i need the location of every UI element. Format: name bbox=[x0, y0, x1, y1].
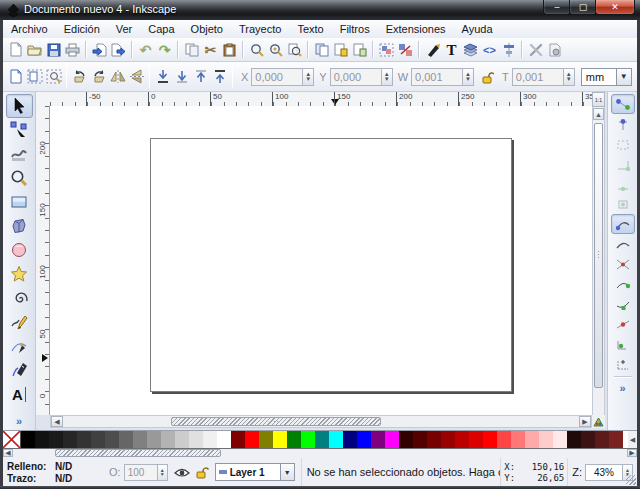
copy-icon[interactable] bbox=[182, 40, 201, 59]
palette-scroll-left-icon[interactable]: ◀ bbox=[628, 431, 637, 448]
units-combo[interactable]: mm ▼ bbox=[581, 68, 632, 86]
palette-scrollbar-right-icon[interactable]: ▶ bbox=[627, 449, 637, 457]
raise-icon[interactable] bbox=[191, 67, 210, 86]
enable-snapping-button[interactable] bbox=[611, 94, 635, 114]
palette-swatch[interactable] bbox=[609, 431, 623, 448]
snap-path-intersections-button[interactable] bbox=[611, 254, 635, 274]
palette-swatch[interactable] bbox=[203, 431, 217, 448]
x-field-input[interactable]: 0,000 bbox=[251, 68, 303, 86]
snap-cusp-nodes-button[interactable] bbox=[611, 274, 635, 294]
palette-swatch[interactable] bbox=[511, 431, 525, 448]
palette-swatch[interactable] bbox=[217, 431, 231, 448]
print-icon[interactable] bbox=[63, 40, 82, 59]
horizontal-ruler[interactable]: -50050100150200250300350 bbox=[50, 92, 592, 107]
opacity-spinner[interactable]: ▲▼ bbox=[158, 464, 168, 481]
palette-swatch[interactable] bbox=[301, 431, 315, 448]
spiral-tool[interactable] bbox=[6, 286, 33, 310]
snap-bbox-corners-button[interactable] bbox=[611, 154, 635, 174]
lock-ratio-icon[interactable] bbox=[478, 67, 497, 86]
flip-horizontal-icon[interactable] bbox=[108, 67, 127, 86]
vertical-scrollbar[interactable]: ▲ ▼ bbox=[592, 92, 605, 428]
zoom-input[interactable]: 43% bbox=[585, 464, 623, 481]
selector-tool[interactable] bbox=[6, 94, 33, 118]
close-button[interactable]: ✕ bbox=[595, 0, 635, 15]
text-tool[interactable]: A bbox=[6, 382, 33, 406]
palette-swatch[interactable] bbox=[581, 431, 595, 448]
select-all-layers-icon[interactable] bbox=[25, 67, 44, 86]
create-clone-icon[interactable] bbox=[331, 40, 350, 59]
palette-swatch[interactable] bbox=[35, 431, 49, 448]
palette-swatch[interactable] bbox=[133, 431, 147, 448]
snap-bbox-edge-midpoints-button[interactable] bbox=[611, 174, 635, 194]
ungroup-objects-icon[interactable] bbox=[396, 40, 415, 59]
tweak-tool[interactable] bbox=[6, 142, 33, 166]
inkscape-preferences-icon[interactable] bbox=[526, 40, 545, 59]
height-field-spinner[interactable]: ▲▼ bbox=[564, 68, 575, 86]
menu-item[interactable]: Filtros bbox=[332, 21, 378, 38]
save-document-icon[interactable] bbox=[44, 40, 63, 59]
palette-swatch[interactable] bbox=[357, 431, 371, 448]
open-document-icon[interactable] bbox=[25, 40, 44, 59]
menu-item[interactable]: Capa bbox=[140, 21, 182, 38]
snap-line-midpoints-button[interactable] bbox=[611, 314, 635, 334]
palette-swatch[interactable] bbox=[175, 431, 189, 448]
height-field-input[interactable]: 0,001 bbox=[512, 68, 564, 86]
calligraphy-tool[interactable] bbox=[6, 358, 33, 382]
import-icon[interactable] bbox=[90, 40, 109, 59]
menu-item[interactable]: Extensiones bbox=[378, 21, 454, 38]
export-icon[interactable] bbox=[109, 40, 128, 59]
snap-smooth-nodes-button[interactable] bbox=[611, 294, 635, 314]
menu-item[interactable]: Ver bbox=[108, 21, 141, 38]
no-color-swatch[interactable] bbox=[3, 431, 21, 448]
palette-swatch[interactable] bbox=[119, 431, 133, 448]
deselect-icon[interactable] bbox=[44, 67, 63, 86]
palette-swatch[interactable] bbox=[371, 431, 385, 448]
align-distribute-icon[interactable] bbox=[499, 40, 518, 59]
palette-swatch[interactable] bbox=[21, 431, 35, 448]
layer-lock-icon[interactable] bbox=[196, 466, 209, 479]
palette-swatch[interactable] bbox=[413, 431, 427, 448]
palette-swatch[interactable] bbox=[287, 431, 301, 448]
rotate-ccw-icon[interactable] bbox=[70, 67, 89, 86]
width-field-spinner[interactable]: ▲▼ bbox=[463, 68, 474, 86]
palette-swatch[interactable] bbox=[539, 431, 553, 448]
box3d-tool[interactable] bbox=[6, 214, 33, 238]
snap-paths-button[interactable] bbox=[611, 234, 635, 254]
snapbar-overflow-chevron[interactable]: » bbox=[619, 382, 625, 394]
palette-swatch[interactable] bbox=[245, 431, 259, 448]
y-field-spinner[interactable]: ▲▼ bbox=[382, 68, 393, 86]
toolbox-overflow-chevron[interactable]: » bbox=[16, 415, 22, 427]
palette-swatch[interactable] bbox=[77, 431, 91, 448]
snap-bbox-centers-button[interactable] bbox=[611, 194, 635, 214]
palette-swatch[interactable] bbox=[329, 431, 343, 448]
cut-icon[interactable]: ✂ bbox=[201, 40, 220, 59]
y-field-input[interactable]: 0,000 bbox=[330, 68, 382, 86]
menu-item[interactable]: Texto bbox=[289, 21, 331, 38]
zoom-selection-icon[interactable] bbox=[247, 40, 266, 59]
pencil-tool[interactable] bbox=[6, 310, 33, 334]
palette-swatch[interactable] bbox=[497, 431, 511, 448]
paste-icon[interactable] bbox=[220, 40, 239, 59]
zoom-page-icon[interactable] bbox=[285, 40, 304, 59]
width-field-input[interactable]: 0,001 bbox=[411, 68, 463, 86]
vertical-scroll-thumb[interactable] bbox=[594, 123, 603, 388]
palette-swatch[interactable] bbox=[105, 431, 119, 448]
window-resize-grip[interactable] bbox=[626, 475, 636, 485]
title-bar[interactable]: Documento nuevo 4 - Inkscape – ▢ ✕ bbox=[0, 0, 640, 20]
x-field-spinner[interactable]: ▲▼ bbox=[303, 68, 314, 86]
canvas[interactable] bbox=[50, 106, 592, 415]
snap-object-centers-button[interactable] bbox=[611, 334, 635, 354]
palette-swatch[interactable] bbox=[49, 431, 63, 448]
zoom-drawing-icon[interactable] bbox=[266, 40, 285, 59]
palette-swatch[interactable] bbox=[553, 431, 567, 448]
palette-swatch[interactable] bbox=[441, 431, 455, 448]
unlink-clone-icon[interactable] bbox=[350, 40, 369, 59]
text-dialog-icon[interactable]: T bbox=[442, 40, 461, 59]
palette-swatch[interactable] bbox=[455, 431, 469, 448]
raise-to-top-icon[interactable] bbox=[210, 67, 229, 86]
palette-swatch[interactable] bbox=[385, 431, 399, 448]
fill-stroke-indicator[interactable]: Relleno:N/D Trazo:N/D bbox=[3, 461, 107, 484]
document-page[interactable] bbox=[150, 138, 512, 392]
opacity-input[interactable]: 100 bbox=[124, 464, 158, 481]
rotate-cw-icon[interactable] bbox=[89, 67, 108, 86]
